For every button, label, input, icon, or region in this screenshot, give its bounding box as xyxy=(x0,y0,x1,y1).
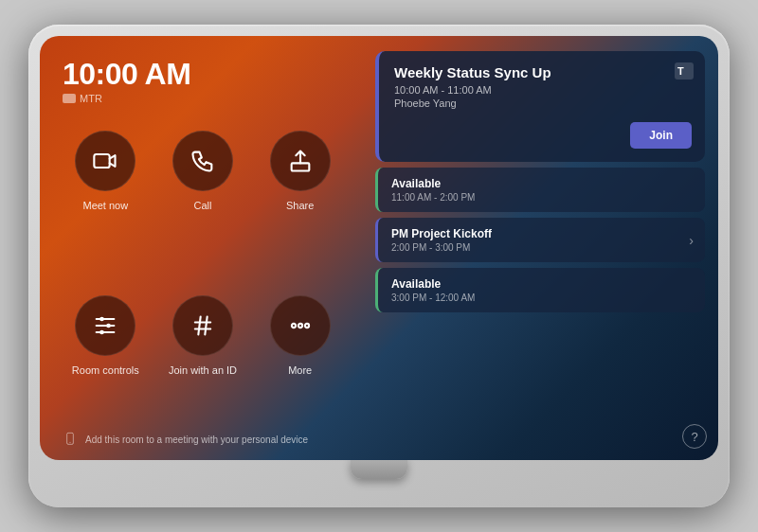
action-circle-more xyxy=(270,295,331,356)
svg-point-12 xyxy=(292,324,296,328)
action-circle-meet-now xyxy=(75,131,135,191)
left-panel: 10:00 AM MTR Meet now xyxy=(40,36,362,460)
action-label-join-id: Join with an ID xyxy=(169,364,237,377)
action-label-more: More xyxy=(288,364,312,377)
schedule-item-1[interactable]: PM Project Kickoff 2:00 PM - 3:00 PM › xyxy=(375,218,705,262)
time-block: 10:00 AM MTR xyxy=(63,59,343,104)
video-icon xyxy=(92,148,118,174)
action-grid: Meet now Call xyxy=(63,131,343,445)
device-stand xyxy=(351,458,407,479)
primary-meeting-title: Weekly Status Sync Up xyxy=(394,64,692,80)
action-label-room-controls: Room controls xyxy=(72,364,139,377)
action-join-id[interactable]: Join with an ID xyxy=(160,295,246,445)
action-circle-room-controls xyxy=(75,295,135,356)
schedule-item-title-2: Available xyxy=(391,277,475,291)
svg-point-13 xyxy=(298,324,302,328)
action-label-call: Call xyxy=(194,199,212,212)
primary-meeting-time: 10:00 AM - 11:00 AM xyxy=(394,84,692,96)
action-room-controls[interactable]: Room controls xyxy=(63,295,149,445)
svg-point-14 xyxy=(305,324,309,328)
hint-text: Add this room to a meeting with your per… xyxy=(85,434,308,445)
schedule-item-title-1: PM Project Kickoff xyxy=(391,227,492,240)
svg-point-5 xyxy=(99,317,104,322)
schedule-item-2: Available 3:00 PM - 12:00 AM xyxy=(375,268,705,312)
svg-line-10 xyxy=(198,317,200,335)
schedule-item-time-1: 2:00 PM - 3:00 PM xyxy=(391,242,492,253)
schedule-item-time-0: 11:00 AM - 2:00 PM xyxy=(391,192,475,203)
svg-rect-1 xyxy=(291,163,309,170)
action-label-share: Share xyxy=(286,199,314,212)
action-share[interactable]: Share xyxy=(257,131,343,280)
dots-icon xyxy=(287,312,314,339)
screen: 10:00 AM MTR Meet now xyxy=(40,36,718,460)
device-frame: 10:00 AM MTR Meet now xyxy=(28,25,730,507)
mtr-text: MTR xyxy=(80,93,102,104)
svg-text:T: T xyxy=(677,65,684,77)
mtr-label: MTR xyxy=(63,93,343,104)
chevron-right-icon: › xyxy=(689,233,694,248)
share-icon xyxy=(287,148,314,174)
schedule-item-time-2: 3:00 PM - 12:00 AM xyxy=(391,293,475,303)
action-circle-share xyxy=(270,131,331,191)
phone-icon xyxy=(190,148,216,174)
help-button[interactable]: ? xyxy=(682,424,707,449)
hint-phone-icon xyxy=(63,432,78,447)
svg-rect-0 xyxy=(95,154,110,168)
svg-point-16 xyxy=(69,442,70,443)
schedule-item-content-1: PM Project Kickoff 2:00 PM - 3:00 PM xyxy=(391,227,492,253)
teams-logo-icon: T xyxy=(675,62,694,80)
svg-line-11 xyxy=(205,317,207,335)
action-circle-call xyxy=(172,131,233,191)
action-meet-now[interactable]: Meet now xyxy=(63,131,149,280)
schedule-item-0: Available 11:00 AM - 2:00 PM xyxy=(375,168,705,212)
join-button[interactable]: Join xyxy=(630,122,692,149)
time-display: 10:00 AM xyxy=(63,59,343,89)
hash-icon xyxy=(190,312,216,339)
schedule-item-content-0: Available 11:00 AM - 2:00 PM xyxy=(391,177,475,203)
primary-meeting-card: T Weekly Status Sync Up 10:00 AM - 11:00… xyxy=(375,51,705,162)
right-panel: T Weekly Status Sync Up 10:00 AM - 11:00… xyxy=(362,36,718,460)
action-circle-join-id xyxy=(172,295,233,356)
action-label-meet-now: Meet now xyxy=(82,199,128,212)
schedule-item-title-0: Available xyxy=(391,177,475,190)
schedule-item-content-2: Available 3:00 PM - 12:00 AM xyxy=(391,277,475,303)
svg-point-7 xyxy=(99,330,104,335)
bottom-hint: Add this room to a meeting with your per… xyxy=(63,432,308,447)
mtr-icon xyxy=(63,94,76,103)
primary-meeting-organizer: Phoebe Yang xyxy=(394,98,692,109)
sliders-icon xyxy=(92,312,118,339)
action-more[interactable]: More xyxy=(257,295,343,445)
svg-point-6 xyxy=(106,324,111,328)
action-call[interactable]: Call xyxy=(160,131,246,280)
